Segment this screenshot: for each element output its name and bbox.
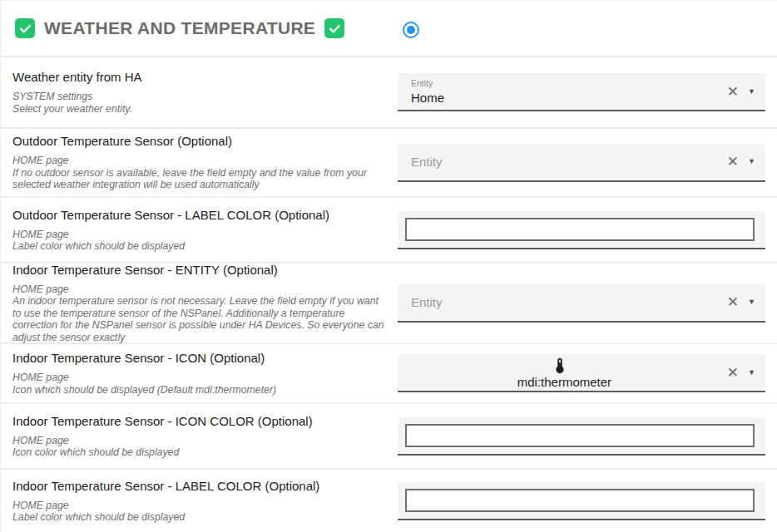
- indoor-icon-color-input[interactable]: [405, 424, 755, 447]
- weather-entity-select[interactable]: Entity Home ✕ ▼: [398, 73, 765, 111]
- setting-row-weather-entity: Weather entity from HA SYSTEM settings S…: [1, 56, 777, 127]
- setting-title: Indoor Temperature Sensor - ICON COLOR (…: [12, 414, 389, 428]
- settings-page: WEATHER AND TEMPERATURE Weather entity f…: [0, 0, 777, 532]
- radio-selected-icon[interactable]: [403, 22, 419, 38]
- setting-title: Indoor Temperature Sensor - ICON (Option…: [12, 351, 389, 365]
- setting-row-indoor-label-color: Indoor Temperature Sensor - LABEL COLOR …: [1, 468, 777, 532]
- section-checkbox-right[interactable]: [324, 18, 344, 38]
- setting-text: Indoor Temperature Sensor - ICON COLOR (…: [1, 404, 398, 468]
- section-title: WEATHER AND TEMPERATURE: [44, 18, 315, 38]
- check-icon: [18, 22, 32, 36]
- setting-subtitle: HOME page: [12, 372, 388, 384]
- setting-text: Outdoor Temperature Sensor (Optional) HO…: [1, 129, 398, 196]
- clear-icon[interactable]: ✕: [718, 366, 748, 380]
- clear-icon[interactable]: ✕: [718, 295, 748, 309]
- setting-text: Indoor Temperature Sensor - ENTITY (Opti…: [1, 264, 398, 342]
- setting-description: If no outdoor sensor is available, leave…: [12, 167, 388, 191]
- indoor-entity-select[interactable]: Entity ✕ ▼: [398, 284, 765, 323]
- clear-icon[interactable]: ✕: [718, 155, 748, 169]
- setting-row-indoor-entity: Indoor Temperature Sensor - ENTITY (Opti…: [1, 262, 777, 342]
- chevron-down-icon[interactable]: ▼: [748, 88, 760, 96]
- indoor-icon-select[interactable]: mdi:thermometer ✕ ▼: [398, 354, 765, 392]
- setting-text: Indoor Temperature Sensor - ICON (Option…: [1, 344, 398, 402]
- color-field: [398, 417, 765, 456]
- field-placeholder: Entity: [411, 295, 718, 309]
- setting-subtitle: HOME page: [12, 155, 388, 167]
- setting-subtitle: HOME page: [12, 435, 388, 447]
- section-checkbox-left[interactable]: [15, 18, 35, 38]
- setting-title: Outdoor Temperature Sensor (Optional): [12, 134, 389, 148]
- setting-description: Label color which should be displayed: [12, 511, 388, 524]
- setting-row-outdoor-label-color: Outdoor Temperature Sensor - LABEL COLOR…: [1, 196, 777, 262]
- setting-description: Label color which should be displayed: [12, 240, 388, 253]
- color-field: [398, 482, 765, 520]
- setting-subtitle: HOME page: [12, 500, 388, 512]
- setting-subtitle: SYSTEM settings: [12, 91, 388, 103]
- setting-text: Weather entity from HA SYSTEM settings S…: [1, 57, 398, 127]
- setting-description: An indoor temperature sensor is not nece…: [12, 295, 388, 343]
- setting-title: Indoor Temperature Sensor - ENTITY (Opti…: [12, 263, 389, 277]
- setting-title: Indoor Temperature Sensor - LABEL COLOR …: [12, 479, 389, 493]
- field-label: Entity: [411, 78, 718, 88]
- chevron-down-icon[interactable]: ▼: [748, 158, 760, 165]
- setting-row-indoor-icon: Indoor Temperature Sensor - ICON (Option…: [1, 342, 777, 402]
- setting-row-indoor-icon-color: Indoor Temperature Sensor - ICON COLOR (…: [1, 402, 777, 468]
- color-field: [398, 211, 765, 249]
- section-header: WEATHER AND TEMPERATURE: [1, 1, 777, 56]
- setting-text: Outdoor Temperature Sensor - LABEL COLOR…: [1, 198, 398, 262]
- indoor-label-color-input[interactable]: [405, 489, 755, 512]
- field-value: mdi:thermometer: [517, 375, 611, 389]
- outdoor-sensor-select[interactable]: Entity ✕ ▼: [398, 144, 765, 182]
- setting-description: Icon color which should be displayed: [12, 446, 388, 459]
- radio-dot: [407, 26, 415, 34]
- outdoor-label-color-input[interactable]: [405, 218, 755, 241]
- setting-description: Icon which should be displayed (Default …: [12, 384, 388, 397]
- chevron-down-icon[interactable]: ▼: [748, 369, 760, 377]
- setting-description: Select your weather entity.: [12, 103, 388, 116]
- setting-subtitle: HOME page: [12, 283, 388, 296]
- field-placeholder: Entity: [411, 155, 718, 169]
- setting-title: Weather entity from HA: [12, 70, 389, 84]
- chevron-down-icon[interactable]: ▼: [748, 298, 760, 306]
- setting-text: Indoor Temperature Sensor - LABEL COLOR …: [1, 470, 398, 532]
- setting-row-outdoor-sensor: Outdoor Temperature Sensor (Optional) HO…: [1, 127, 777, 196]
- thermometer-icon: [551, 357, 569, 375]
- setting-title: Outdoor Temperature Sensor - LABEL COLOR…: [12, 208, 389, 222]
- clear-icon[interactable]: ✕: [718, 85, 748, 99]
- field-value: Home: [411, 91, 718, 105]
- check-icon: [328, 22, 342, 36]
- setting-subtitle: HOME page: [12, 229, 388, 241]
